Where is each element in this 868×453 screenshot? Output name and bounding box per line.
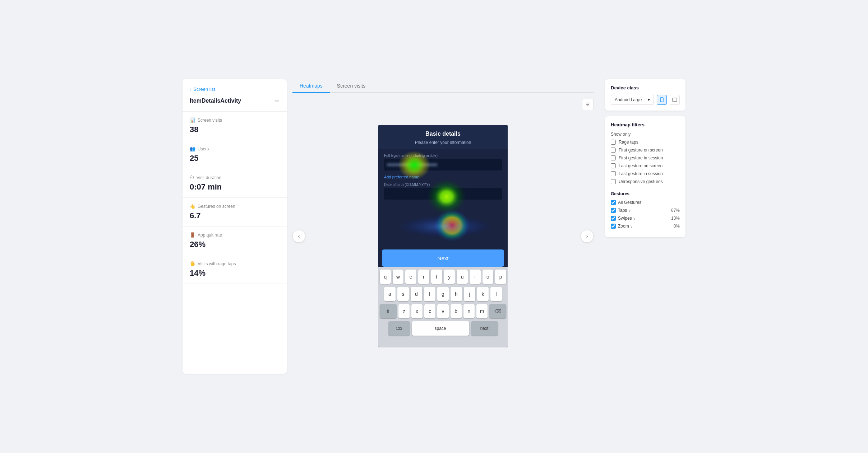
key-a[interactable]: a [384, 287, 396, 301]
stat-value-users: 25 [190, 154, 280, 163]
prev-screen-button[interactable]: ‹ [292, 230, 305, 243]
filter-checkbox-first-gesture-session[interactable] [611, 155, 616, 160]
space-key[interactable]: space [412, 321, 469, 336]
stat-value-app-quit-rate: 26% [190, 240, 280, 249]
tab-heatmaps[interactable]: Heatmaps [292, 79, 330, 93]
stat-label-text-users: Users [198, 146, 209, 151]
gesture-checkboxes: All Gestures Taps ∨ 87% Swipes ∨ 13% Zoo… [611, 200, 680, 229]
svg-point-6 [398, 216, 491, 237]
stat-icon-visit-duration: ⏱ [190, 175, 194, 180]
filter-checkbox-unresponsive[interactable] [611, 179, 616, 184]
svg-rect-1 [586, 104, 589, 105]
phone-screen: Basic details Please enter your informat… [378, 125, 508, 347]
keyboard-row-3: ⇧zxcvbnm⌫ [380, 304, 506, 318]
filter-checkbox-last-gesture-screen[interactable] [611, 163, 616, 168]
gesture-pct-zoom: 0% [674, 224, 680, 229]
stat-label-app-quit-rate: 🚪 App quit rate [190, 232, 280, 238]
svg-rect-0 [586, 103, 590, 103]
keyboard-row-1: qwertyuiop [380, 270, 506, 284]
stat-icon-screen-visits: 📊 [190, 117, 195, 123]
filter-row-first-gesture-screen: First gesture on screen [611, 148, 680, 153]
device-class-section: Device class Android Large ▾ [605, 79, 685, 111]
key-e[interactable]: e [405, 270, 416, 284]
filter-label-rage-taps: Rage taps [619, 140, 638, 145]
back-label: Screen list [193, 87, 215, 92]
key-u[interactable]: u [457, 270, 468, 284]
tabs-row: Heatmaps Screen visits [292, 79, 594, 93]
filter-checkboxes: Rage taps First gesture on screen First … [611, 140, 680, 184]
filter-row-last-gesture-session: Last gesture in session [611, 171, 680, 176]
chevron-down-icon: ▾ [648, 97, 650, 102]
next-button-label: Next [438, 255, 449, 261]
delete-key[interactable]: ⌫ [489, 304, 506, 318]
key-b[interactable]: b [451, 304, 462, 318]
stat-label-visits-rage-taps: 🖐 Visits with rage taps [190, 261, 280, 266]
key-y[interactable]: y [444, 270, 455, 284]
key-n[interactable]: n [463, 304, 475, 318]
key-j[interactable]: j [464, 287, 475, 301]
key-x[interactable]: x [411, 304, 423, 318]
heatmap-area: ‹ Basic details Please enter your inform… [292, 99, 594, 374]
gesture-label-zoom: Zoom ∨ [618, 224, 671, 229]
tablet-view-button[interactable] [670, 95, 680, 105]
stat-app-quit-rate: 🚪 App quit rate 26% [183, 226, 287, 255]
filter-row-first-gesture-session: First gesture in session [611, 155, 680, 160]
key-c[interactable]: c [424, 304, 435, 318]
stat-icon-visits-rage-taps: 🖐 [190, 261, 195, 266]
gesture-checkbox-taps[interactable] [611, 208, 616, 213]
key-z[interactable]: z [398, 304, 410, 318]
gesture-checkbox-swipes[interactable] [611, 216, 616, 221]
key-k[interactable]: k [477, 287, 489, 301]
stat-users: 👥 Users 25 [183, 140, 287, 169]
stat-label-visit-duration: ⏱ Visit duration [190, 175, 280, 180]
chevron-left-icon: ‹ [190, 87, 191, 92]
phone-view-button[interactable] [657, 95, 667, 105]
gesture-label-all-gestures: All Gestures [618, 200, 678, 205]
stat-label-text-screen-visits: Screen visits [198, 118, 222, 123]
filter-icon-button[interactable] [582, 99, 594, 110]
key-s[interactable]: s [397, 287, 409, 301]
gesture-label-swipes: Swipes ∨ [618, 216, 669, 221]
next-button[interactable]: Next [382, 249, 504, 267]
filter-checkbox-last-gesture-session[interactable] [611, 171, 616, 176]
key-q[interactable]: q [380, 270, 391, 284]
key-h[interactable]: h [451, 287, 462, 301]
stat-label-text-gestures-on-screen: Gestures on screen [198, 204, 235, 209]
filter-checkbox-first-gesture-screen[interactable] [611, 148, 616, 153]
back-button[interactable]: ‹ Screen list [183, 87, 287, 98]
gesture-pct-swipes: 13% [671, 216, 680, 221]
next-screen-button[interactable]: › [581, 230, 594, 243]
num-key[interactable]: 123 [388, 321, 410, 336]
edit-icon[interactable]: ✏ [275, 98, 280, 104]
stat-value-screen-visits: 38 [190, 125, 280, 134]
filter-checkbox-rage-taps[interactable] [611, 140, 616, 145]
next-key[interactable]: next [471, 321, 498, 336]
sidebar: ‹ Screen list ItemDetailsActivity ✏ 📊 Sc… [183, 79, 287, 374]
key-r[interactable]: r [418, 270, 429, 284]
tab-screen-visits[interactable]: Screen visits [330, 79, 373, 93]
stat-visit-duration: ⏱ Visit duration 0:07 min [183, 169, 287, 198]
key-i[interactable]: i [470, 270, 481, 284]
stats-list: 📊 Screen visits 38 👥 Users 25 ⏱ Visit du… [183, 112, 287, 284]
gesture-row-swipes: Swipes ∨ 13% [611, 216, 680, 221]
main-content: Heatmaps Screen visits ‹ Basic det [287, 79, 599, 374]
key-p[interactable]: p [495, 270, 506, 284]
key-o[interactable]: o [483, 270, 494, 284]
svg-point-4 [427, 179, 466, 215]
key-w[interactable]: w [393, 270, 404, 284]
gesture-checkbox-zoom[interactable] [611, 224, 616, 229]
key-d[interactable]: d [411, 287, 422, 301]
stat-value-gestures-on-screen: 6.7 [190, 211, 280, 220]
gesture-checkbox-all-gestures[interactable] [611, 200, 616, 205]
device-class-select[interactable]: Android Large ▾ [611, 95, 654, 105]
stat-label-text-visit-duration: Visit duration [197, 175, 221, 180]
key-v[interactable]: v [437, 304, 448, 318]
key-g[interactable]: g [437, 287, 449, 301]
key-t[interactable]: t [431, 270, 442, 284]
shift-key[interactable]: ⇧ [380, 304, 397, 318]
key-m[interactable]: m [476, 304, 488, 318]
gesture-row-all-gestures: All Gestures [611, 200, 680, 205]
key-l[interactable]: l [490, 287, 502, 301]
key-f[interactable]: f [424, 287, 435, 301]
stat-label-gestures-on-screen: 👆 Gestures on screen [190, 204, 280, 209]
